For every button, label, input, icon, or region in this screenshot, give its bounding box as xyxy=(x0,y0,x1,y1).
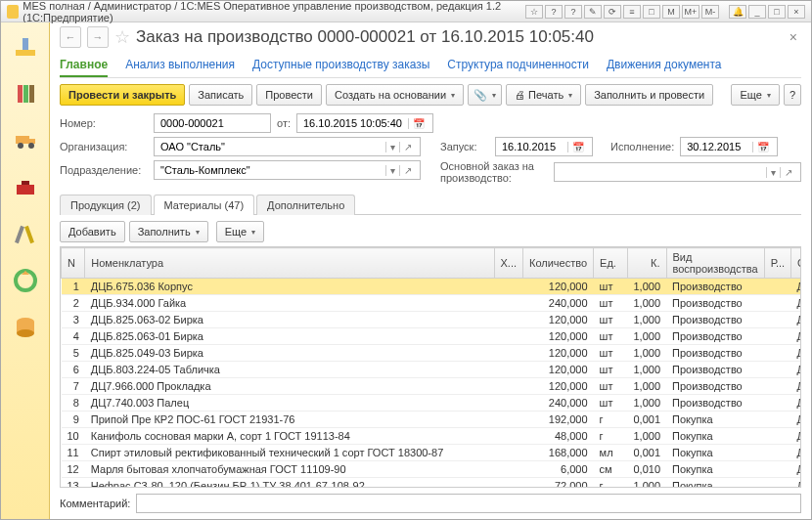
add-row-button[interactable]: Добавить xyxy=(60,221,125,242)
col-k[interactable]: К. xyxy=(627,248,666,279)
base-order-field[interactable]: ▾↗ xyxy=(554,162,801,182)
titlebar-btn-5[interactable]: ≡ xyxy=(623,5,641,19)
titlebar-btn-1[interactable]: ? xyxy=(545,5,563,19)
calendar-icon[interactable]: 📅 xyxy=(567,142,588,152)
table-row[interactable]: 10Канифоль сосновая марки А, сорт 1 ГОСТ… xyxy=(62,428,802,445)
dropdown-icon[interactable]: ▾ xyxy=(766,167,780,178)
date-field[interactable]: 📅 xyxy=(296,113,433,133)
cell-x xyxy=(494,362,523,378)
nav-fwd-button[interactable]: → xyxy=(87,26,109,48)
org-field[interactable]: ▾↗ xyxy=(154,137,421,156)
cell-repro: Производство xyxy=(666,345,764,362)
col-nomenclature[interactable]: Номенклатура xyxy=(85,248,494,279)
col-spec[interactable]: Спецификация xyxy=(791,248,801,279)
col-r[interactable]: Р... xyxy=(764,248,790,279)
table-row[interactable]: 8ДЦ7.740.003 Палец240,000шт1,000Производ… xyxy=(62,395,802,412)
number-field[interactable] xyxy=(154,113,271,133)
subtab-materials[interactable]: Материалы (47) xyxy=(154,195,255,215)
table-row[interactable]: 11Спирт этиловый ректификованный техниче… xyxy=(62,445,802,461)
subtab-additional[interactable]: Дополнительно xyxy=(256,195,355,215)
col-qty[interactable]: Количество xyxy=(523,248,594,279)
titlebar-btn-3[interactable]: ✎ xyxy=(584,5,602,19)
titlebar-btn-4[interactable]: ⟳ xyxy=(604,5,621,19)
cell-repro: Производство xyxy=(666,328,764,345)
sidebar-cycle-icon[interactable] xyxy=(8,263,43,298)
favorite-star-icon[interactable]: ☆ xyxy=(114,26,130,48)
create-based-button[interactable]: Создать на основании▾ xyxy=(326,84,464,106)
fill-and-post-button[interactable]: Заполнить и провести xyxy=(585,84,713,106)
col-unit[interactable]: Ед. xyxy=(594,248,628,279)
table-row[interactable]: 3ДЦБ.825.063-02 Бирка120,000шт1,000Произ… xyxy=(62,312,802,328)
tab-analysis[interactable]: Анализ выполнения xyxy=(125,54,235,77)
dropdown-icon[interactable]: ▾ xyxy=(385,165,399,176)
cell-n: 13 xyxy=(62,478,85,489)
launch-field[interactable]: 📅 xyxy=(495,137,593,156)
col-x[interactable]: Х... xyxy=(494,248,523,279)
table-row[interactable]: 2ДЦБ.934.000 Гайка240,000шт1,000Производ… xyxy=(62,295,802,312)
more-button[interactable]: Еще▾ xyxy=(731,84,779,106)
table-row[interactable]: 9Припой Пре КР2 ПОС-61 ГОСТ 21931-76192,… xyxy=(62,412,802,428)
open-icon[interactable]: ↗ xyxy=(399,142,416,152)
table-row[interactable]: 4ДЦБ.825.063-01 Бирка120,000шт1,000Произ… xyxy=(62,328,802,345)
cell-qty: 192,000 xyxy=(523,412,594,428)
tab-available-orders[interactable]: Доступные производству заказы xyxy=(252,54,429,77)
open-icon[interactable]: ↗ xyxy=(399,165,416,176)
titlebar-btn-8[interactable]: M+ xyxy=(682,5,699,19)
open-icon[interactable]: ↗ xyxy=(780,167,796,178)
nav-back-button[interactable]: ← xyxy=(60,26,81,48)
tab-movements[interactable]: Движения документа xyxy=(607,54,722,77)
print-button[interactable]: 🖨 Печать▾ xyxy=(506,84,581,106)
titlebar-btn-11[interactable]: _ xyxy=(748,5,766,19)
table-more-button[interactable]: Еще▾ xyxy=(216,221,264,242)
cell-x xyxy=(494,445,523,461)
fill-table-button[interactable]: Заполнить▾ xyxy=(129,221,208,242)
subtab-products[interactable]: Продукция (2) xyxy=(60,195,152,215)
sidebar-truck-icon[interactable] xyxy=(8,122,43,157)
tab-structure[interactable]: Структура подчиненности xyxy=(447,54,589,77)
help-button[interactable]: ? xyxy=(784,84,801,106)
table-row[interactable]: 12Марля бытовая хлопчатобумажная ГОСТ 11… xyxy=(62,461,802,478)
post-button[interactable]: Провести xyxy=(256,84,322,106)
titlebar-btn-2[interactable]: ? xyxy=(564,5,582,19)
table-row[interactable]: 7ДЦ7.966.000 Прокладка120,000шт1,000Прои… xyxy=(62,378,802,395)
titlebar-btn-0[interactable]: ☆ xyxy=(525,5,543,19)
calendar-icon[interactable]: 📅 xyxy=(408,118,429,129)
write-button[interactable]: Записать xyxy=(189,84,252,106)
sidebar-tools-icon[interactable] xyxy=(8,216,43,251)
cell-spec: ДЦБ.644.018-02 Кабель xyxy=(791,395,801,412)
cell-spec: ДЦБ.644.018-02 Кабель xyxy=(791,328,801,345)
table-row[interactable]: 6ДЦБ.803.224-05 Табличка120,000шт1,000Пр… xyxy=(62,362,802,378)
titlebar-btn-6[interactable]: □ xyxy=(643,5,660,19)
col-repro[interactable]: Вид воспроизводства xyxy=(666,248,764,279)
post-and-close-button[interactable]: Провести и закрыть xyxy=(60,84,185,106)
cell-nomenclature: ДЦБ.803.224-05 Табличка xyxy=(85,362,494,378)
col-n[interactable]: N xyxy=(62,248,85,279)
cell-nomenclature: ДЦБ.934.000 Гайка xyxy=(85,295,494,312)
cell-unit: мл xyxy=(594,445,628,461)
close-page-button[interactable]: × xyxy=(786,27,801,47)
cell-unit: см xyxy=(594,461,628,478)
cell-repro: Покупка xyxy=(666,412,764,428)
tab-main[interactable]: Главное xyxy=(60,54,108,77)
cell-qty: 120,000 xyxy=(523,362,594,378)
titlebar-btn-9[interactable]: M- xyxy=(701,5,719,19)
materials-table[interactable]: N Номенклатура Х... Количество Ед. К. Ви… xyxy=(60,246,801,488)
sidebar-db-icon[interactable] xyxy=(8,310,43,345)
table-row[interactable]: 1ДЦБ.675.036 Корпус120,000шт1,000Произво… xyxy=(62,279,802,295)
dropdown-icon[interactable]: ▾ xyxy=(385,142,399,152)
sidebar-toolbox-icon[interactable] xyxy=(8,169,43,204)
table-row[interactable]: 5ДЦБ.825.049-03 Бирка120,000шт1,000Произ… xyxy=(62,345,802,362)
table-row[interactable]: 13Нефрас С3-80..120 (Бензин БР-1) ТУ 38.… xyxy=(62,478,802,489)
calendar-icon[interactable]: 📅 xyxy=(752,142,773,152)
attach-button[interactable]: 📎▾ xyxy=(468,84,502,106)
cell-nomenclature: Спирт этиловый ректификованный техническ… xyxy=(85,445,494,461)
comment-field[interactable] xyxy=(136,494,801,513)
titlebar-btn-10[interactable]: 🔔 xyxy=(729,5,746,19)
sidebar-books-icon[interactable] xyxy=(8,75,43,110)
titlebar-btn-13[interactable]: × xyxy=(788,5,805,19)
subdiv-field[interactable]: ▾↗ xyxy=(154,160,421,180)
exec-field[interactable]: 📅 xyxy=(680,137,778,156)
sidebar-desk-icon[interactable] xyxy=(8,28,43,64)
titlebar-btn-12[interactable]: □ xyxy=(768,5,786,19)
titlebar-btn-7[interactable]: M xyxy=(662,5,680,19)
